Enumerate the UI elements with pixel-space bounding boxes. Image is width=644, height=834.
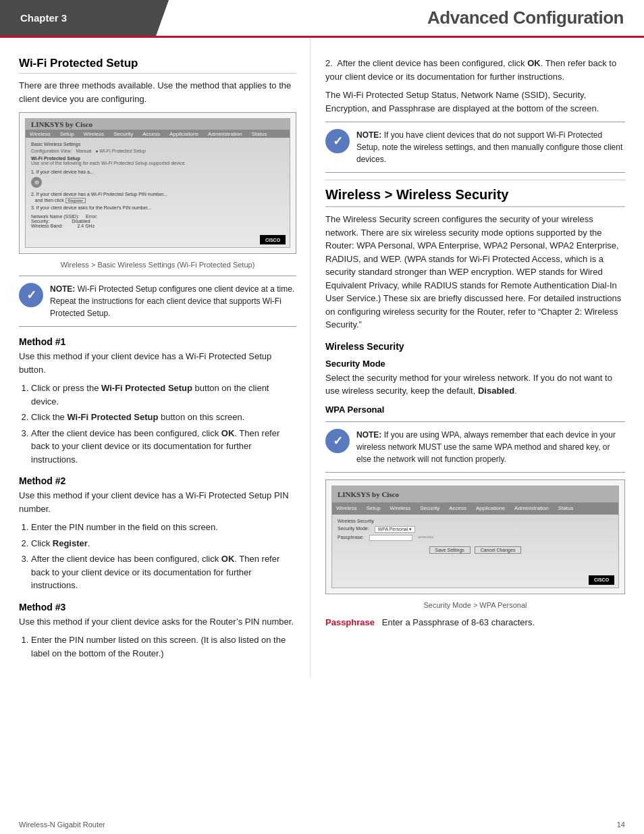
note-box-right1: ✓ NOTE: If you have client devices that … bbox=[325, 122, 625, 173]
chapter-label: Chapter 3 bbox=[0, 0, 155, 36]
page-header: Chapter 3 Advanced Configuration bbox=[0, 0, 644, 38]
footer-left: Wireless-N Gigabit Router bbox=[19, 820, 105, 829]
page-footer: Wireless-N Gigabit Router 14 bbox=[19, 820, 625, 829]
left-column: Wi-Fi Protected Setup There are three me… bbox=[0, 38, 311, 677]
footer-right: 14 bbox=[617, 820, 625, 829]
method3-step1: Enter the PIN number listed on this scre… bbox=[31, 633, 296, 660]
linksys-logo: LINKSYS by Cisco bbox=[31, 120, 92, 128]
note-icon-right2: ✓ bbox=[325, 429, 350, 453]
method1-step1: Click or press the Wi-Fi Protected Setup… bbox=[31, 382, 296, 408]
chapter-text: Chapter 3 bbox=[20, 12, 67, 24]
note-box-wps: ✓ NOTE: Wi-Fi Protected Setup configures… bbox=[19, 276, 296, 327]
wps-status-text: The Wi-Fi Protected Setup Status, Networ… bbox=[325, 88, 625, 115]
method1-steps: Click or press the Wi-Fi Protected Setup… bbox=[19, 382, 296, 466]
router-screenshot-wpa: LINKSYS by Cisco Wireless Setup Wireless… bbox=[325, 479, 625, 594]
right-column: 2. After the client device has been conf… bbox=[311, 38, 644, 677]
screenshot-caption-wps: Wireless > Basic Wireless Settings (Wi-F… bbox=[19, 261, 296, 269]
security-mode-title: Security Mode bbox=[325, 359, 625, 369]
method2-step1: Enter the PIN number in the field on thi… bbox=[31, 521, 296, 534]
step2-text: 2. After the client device has been conf… bbox=[325, 57, 625, 83]
method1-step2: Click the Wi-Fi Protected Setup button o… bbox=[31, 411, 296, 424]
screenshot-caption-wpa: Security Mode > WPA Personal bbox=[325, 601, 625, 609]
router-screenshot-wps: LINKSYS by Cisco Wireless Setup Wireless… bbox=[19, 112, 296, 254]
method3-steps: Enter the PIN number listed on this scre… bbox=[19, 633, 296, 660]
method2-step2: Click Register. bbox=[31, 537, 296, 550]
method3-desc: Use this method if your client device as… bbox=[19, 615, 296, 629]
security-mode-desc: Select the security method for your wire… bbox=[325, 371, 625, 398]
wireless-security-subtitle: Wireless Security bbox=[325, 341, 625, 352]
method3-title: Method #3 bbox=[19, 602, 296, 613]
method2-desc: Use this method if your client device ha… bbox=[19, 489, 296, 515]
note-text-right2: NOTE: If you are using WPA, always remem… bbox=[356, 429, 625, 465]
passphrase-line: Passphrase Enter a Passphrase of 8-63 ch… bbox=[325, 616, 625, 629]
wireless-security-intro: The Wireless Security screen configures … bbox=[325, 213, 625, 332]
wpa-personal-title: WPA Personal bbox=[325, 405, 625, 415]
note-text-right1: NOTE: If you have client devices that do… bbox=[356, 129, 625, 165]
router-content: Basic Wireless Settings Configuration Vi… bbox=[26, 138, 290, 232]
page-title: Advanced Configuration bbox=[155, 0, 644, 36]
cisco-logo: CISCO bbox=[260, 235, 286, 244]
note-icon-wps: ✓ bbox=[19, 283, 43, 307]
note-icon-right1: ✓ bbox=[325, 129, 350, 153]
wireless-security-main-title: Wireless > Wireless Security bbox=[325, 187, 625, 207]
wifi-protected-setup-title: Wi-Fi Protected Setup bbox=[19, 57, 296, 74]
method2-title: Method #2 bbox=[19, 475, 296, 486]
note-box-right2: ✓ NOTE: If you are using WPA, always rem… bbox=[325, 421, 625, 473]
main-content: Wi-Fi Protected Setup There are three me… bbox=[0, 38, 644, 677]
cisco-logo-2: CISCO bbox=[589, 575, 614, 585]
method2-step3: After the client device has been configu… bbox=[31, 552, 296, 592]
method1-step3: After the client device has been configu… bbox=[31, 427, 296, 467]
section-rule1 bbox=[325, 180, 625, 180]
method1-title: Method #1 bbox=[19, 336, 296, 347]
linksys-logo-2: LINKSYS by Cisco bbox=[338, 490, 399, 498]
method1-desc: Use this method if your client device ha… bbox=[19, 350, 296, 376]
method2-steps: Enter the PIN number in the field on thi… bbox=[19, 521, 296, 592]
wifi-intro: There are three methods available. Use t… bbox=[19, 79, 296, 105]
passphrase-label: Passphrase bbox=[325, 617, 375, 627]
router-wpa-content: Wireless Security Security Mode: WPA Per… bbox=[332, 515, 618, 573]
note-text-wps: NOTE: Wi-Fi Protected Setup configures o… bbox=[50, 283, 296, 319]
